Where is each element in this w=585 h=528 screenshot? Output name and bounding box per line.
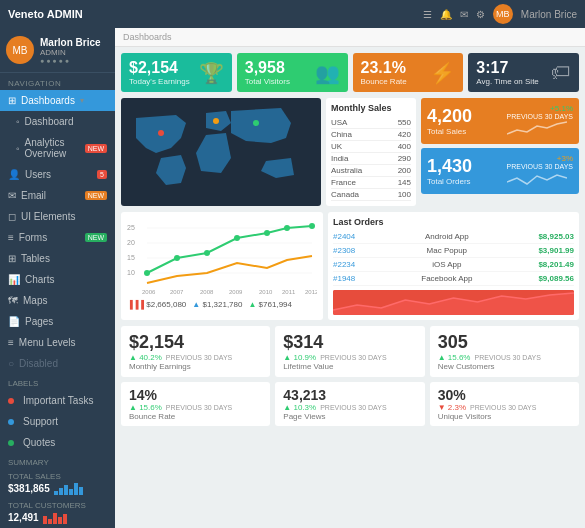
ui-icon: ◻ xyxy=(8,211,16,222)
chevron-icon: ▾ xyxy=(80,96,84,105)
sidebar-user: MB Marlon Brice ADMIN ● ● ● ● ● xyxy=(0,28,115,73)
total-sales-value: 4,200 xyxy=(427,106,472,127)
forms-badge: NEW xyxy=(85,233,107,242)
order-amount-4: $9,089.56 xyxy=(538,274,574,283)
tag-icon: 🏷 xyxy=(551,61,571,84)
total-sales-trend-label: PREVIOUS 30 DAYS xyxy=(507,113,573,120)
world-map-svg xyxy=(126,103,316,193)
summary-customers-label: TOTAL CUSTOMERS xyxy=(8,501,107,510)
customers-trend-label: PREVIOUS 30 DAYS xyxy=(474,354,540,361)
labels-section: Labels xyxy=(0,374,115,390)
order-id-2: #2308 xyxy=(333,246,355,255)
svg-text:2011: 2011 xyxy=(282,289,296,295)
sidebar-item-maps[interactable]: 🗺 Maps xyxy=(0,290,115,311)
avatar[interactable]: MB xyxy=(493,4,513,24)
sidebar-label-support[interactable]: Support xyxy=(0,411,115,432)
time-label: Avg. Time on Site xyxy=(476,77,539,86)
order-amount-3: $8,201.49 xyxy=(538,260,574,269)
country-france: France xyxy=(331,178,356,187)
time-value: 3:17 xyxy=(476,59,539,77)
sidebar-item-dashboard[interactable]: ◦ Dashboard xyxy=(0,111,115,132)
sales-row-usa: USA 550 xyxy=(331,117,411,129)
sidebar-item-analytics[interactable]: ◦ Analytics Overview NEW xyxy=(0,132,115,164)
orders-wave-chart xyxy=(507,170,567,188)
bottom-stat-earnings: $2,154 ▲ 40.2% PREVIOUS 30 DAYS Monthly … xyxy=(121,326,270,377)
sidebar-userinfo: Marlon Brice ADMIN ● ● ● ● ● xyxy=(40,37,101,64)
sidebar-dashboards-label: Dashboards xyxy=(21,95,75,106)
top-bar: Veneto ADMIN ☰ 🔔 ✉ ⚙ MB Marlon Brice xyxy=(0,0,585,28)
sidebar-item-users[interactable]: 👤 Users 5 xyxy=(0,164,115,185)
tables-label: Tables xyxy=(21,253,50,264)
country-australia: Australia xyxy=(331,166,362,175)
sidebar-item-menulevels[interactable]: ≡ Menu Levels xyxy=(0,332,115,353)
lifetime-trend-row: ▲ 10.9% PREVIOUS 30 DAYS xyxy=(283,353,416,362)
order-name-4: Facebook App xyxy=(355,274,538,283)
lifetime-trend: ▲ 10.9% xyxy=(283,353,316,362)
order-id-3: #2234 xyxy=(333,260,355,269)
monthly-earnings-value: $2,154 xyxy=(129,332,262,353)
menu-icon[interactable]: ☰ xyxy=(423,9,432,20)
disabled-icon: ○ xyxy=(8,358,14,369)
main-content: Dashboards $2,154 Today's Earnings 🏆 3,9… xyxy=(115,28,585,528)
sidebar-item-pages[interactable]: 📄 Pages xyxy=(0,311,115,332)
bottom-stat-customers: 305 ▲ 15.6% PREVIOUS 30 DAYS New Custome… xyxy=(430,326,579,377)
value-canada: 100 xyxy=(398,190,411,199)
total-orders-trend-value: +3% xyxy=(507,154,573,163)
value-uk: 400 xyxy=(398,142,411,151)
sidebar-item-tables[interactable]: ⊞ Tables xyxy=(0,248,115,269)
country-usa: USA xyxy=(331,118,347,127)
total-orders-value: 1,430 xyxy=(427,156,472,177)
sidebar-item-ui[interactable]: ◻ UI Elements xyxy=(0,206,115,227)
summary-total-sales: TOTAL SALES $381,865 xyxy=(0,469,115,498)
svg-text:2008: 2008 xyxy=(200,289,214,295)
red-wave-svg xyxy=(333,290,574,315)
sales-row-uk: UK 400 xyxy=(331,141,411,153)
svg-text:2010: 2010 xyxy=(259,289,273,295)
visitors-info: 3,958 Total Visitors xyxy=(245,59,290,86)
total-orders-trend: +3% PREVIOUS 30 DAYS xyxy=(507,154,573,188)
svg-point-16 xyxy=(234,235,240,241)
order-name-2: Mac Popup xyxy=(355,246,538,255)
summary-section: Summary xyxy=(0,453,115,469)
important-label: Important Tasks xyxy=(23,395,93,406)
sidebar-label-quotes[interactable]: Quotes xyxy=(0,432,115,453)
total-orders-card: 1,430 Total Orders +3% PREVIOUS 30 DAYS xyxy=(421,148,579,194)
country-india: India xyxy=(331,154,348,163)
important-dot xyxy=(8,398,14,404)
ui-label: UI Elements xyxy=(21,211,75,222)
sales-row-australia: Australia 200 xyxy=(331,165,411,177)
monthly-sales-title: Monthly Sales xyxy=(331,103,411,113)
sidebar-item-charts[interactable]: 📊 Charts xyxy=(0,269,115,290)
sidebar-item-dashboards[interactable]: ⊞ Dashboards ▾ xyxy=(0,90,115,111)
notification-icon[interactable]: 🔔 xyxy=(440,9,452,20)
summary-sales-value: $381,865 xyxy=(8,483,50,494)
sidebar-item-email[interactable]: ✉ Email NEW xyxy=(0,185,115,206)
sales-row-china: China 420 xyxy=(331,129,411,141)
indicator-2-icon: ▲ xyxy=(192,300,200,309)
order-amount-2: $3,901.99 xyxy=(538,246,574,255)
footer-stat-bounce: 14% ▲ 15.6% PREVIOUS 30 DAYS Bounce Rate xyxy=(121,382,270,426)
value-usa: 550 xyxy=(398,118,411,127)
footer-unique-trend-row: ▼ 2.3% PREVIOUS 30 DAYS xyxy=(438,403,571,412)
mail-icon[interactable]: ✉ xyxy=(460,9,468,20)
pages-label: Pages xyxy=(25,316,53,327)
value-france: 145 xyxy=(398,178,411,187)
total-sales-card: 4,200 Total Sales +5.1% PREVIOUS 30 DAYS xyxy=(421,98,579,144)
total-sales-trend: +5.1% PREVIOUS 30 DAYS xyxy=(507,104,573,138)
stat-earnings: $2,154 Today's Earnings 🏆 xyxy=(121,53,232,92)
support-label: Support xyxy=(23,416,58,427)
customers-label: New Customers xyxy=(438,362,571,371)
users-icon: 👤 xyxy=(8,169,20,180)
svg-text:15: 15 xyxy=(127,254,135,261)
sidebar-label-important[interactable]: Important Tasks xyxy=(0,390,115,411)
footer-unique-value: 30% xyxy=(438,387,571,403)
settings-icon[interactable]: ⚙ xyxy=(476,9,485,20)
sidebar-item-forms[interactable]: ≡ Forms NEW xyxy=(0,227,115,248)
quotes-dot xyxy=(8,440,14,446)
svg-point-1 xyxy=(158,130,164,136)
bottom-stat-lifetime: $314 ▲ 10.9% PREVIOUS 30 DAYS Lifetime V… xyxy=(275,326,424,377)
order-row-1: #2404 Android App $8,925.03 xyxy=(333,230,574,244)
app-title: Veneto ADMIN xyxy=(8,8,83,20)
layout: MB Marlon Brice ADMIN ● ● ● ● ● Navigati… xyxy=(0,28,585,528)
customers-trend-row: ▲ 15.6% PREVIOUS 30 DAYS xyxy=(438,353,571,362)
